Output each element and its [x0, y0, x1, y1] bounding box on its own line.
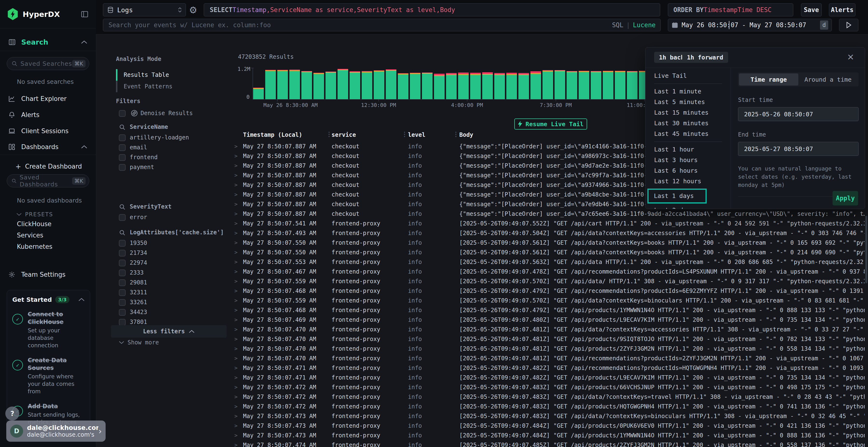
checklist-item[interactable]: ✓ Create Data Sources Configure where yo…	[12, 356, 85, 395]
table-row[interactable]: >May 27 8:50:07.470 AMfrontend-proxyinfo…	[231, 325, 868, 334]
filter-checkbox[interactable]	[119, 279, 126, 286]
row-expand-icon[interactable]: >	[235, 161, 238, 171]
histogram-bar[interactable]	[301, 71, 312, 99]
table-row[interactable]: >May 27 8:50:07.473 AMfrontend-proxyinfo…	[231, 431, 868, 440]
user-account-chip[interactable]: D dale@clickhouse.com dale@clickhouse.co…	[6, 420, 105, 442]
row-expand-icon[interactable]: >	[235, 392, 238, 402]
row-expand-icon[interactable]: >	[235, 411, 238, 421]
saved-searches-input[interactable]: Saved Searches ⌘K	[7, 57, 89, 70]
filter-checkbox[interactable]	[119, 134, 126, 141]
row-expand-icon[interactable]: >	[235, 315, 238, 325]
histogram-bar[interactable]	[374, 70, 384, 99]
language-toggle-sql[interactable]: SQL	[612, 22, 623, 29]
field-search-icon[interactable]	[119, 229, 126, 236]
timerange-option[interactable]: Last 45 minutes	[646, 129, 731, 139]
order-by-input[interactable]: ORDER BY TimestampTime DESC	[668, 3, 793, 16]
alerts-button[interactable]: Alerts	[829, 3, 856, 16]
histogram-bar[interactable]	[253, 88, 264, 99]
row-expand-icon[interactable]: >	[235, 171, 238, 180]
table-row[interactable]: >May 27 8:50:07.471 AMfrontend-proxyinfo…	[231, 373, 868, 382]
filter-checkbox[interactable]	[119, 299, 126, 306]
row-expand-icon[interactable]: >	[235, 267, 238, 276]
tab-around-a-time[interactable]: Around a time	[798, 73, 858, 85]
filter-option-label[interactable]: payment	[130, 164, 154, 171]
table-row[interactable]: >May 27 8:50:07.468 AMfrontend-proxyinfo…	[231, 286, 868, 296]
select-clause-input[interactable]: SELECT Timestamp, ServiceName as service…	[204, 3, 660, 16]
column-header-body[interactable]: Body	[459, 132, 473, 138]
run-query-button[interactable]	[839, 19, 858, 31]
histogram-bar[interactable]	[326, 72, 336, 99]
event-search-bar[interactable]: SQL | Lucene	[103, 19, 661, 31]
timerange-option[interactable]: Last 2 days	[646, 205, 731, 209]
filter-option-label[interactable]: email	[130, 144, 147, 151]
chevron-up-icon[interactable]	[79, 298, 85, 302]
table-row[interactable]: >May 27 8:50:07.472 AMfrontend-proxyinfo…	[231, 382, 868, 392]
column-header-level[interactable]: level	[408, 132, 425, 138]
column-resize-handle[interactable]: ⋮	[453, 131, 459, 138]
sidebar-item-alerts[interactable]: Alerts	[0, 108, 96, 122]
histogram-bar[interactable]	[446, 73, 457, 99]
timerange-option[interactable]: Last 30 minutes	[646, 118, 731, 129]
row-expand-icon[interactable]: >	[235, 344, 238, 353]
histogram-bar[interactable]	[410, 73, 421, 99]
mode-results-table[interactable]: Results Table	[116, 69, 169, 81]
histogram-bar[interactable]	[518, 73, 529, 99]
histogram-bar[interactable]	[265, 70, 276, 99]
denoise-label[interactable]: Denoise Results	[141, 110, 193, 116]
timerange-option[interactable]: Last 12 hours	[646, 176, 731, 187]
filter-checkbox[interactable]	[119, 250, 126, 256]
source-settings-gear-icon[interactable]: ⚙	[189, 5, 197, 15]
shift-1h-forward-button[interactable]: 1h forward	[682, 52, 728, 63]
histogram-bar[interactable]	[542, 70, 553, 99]
row-expand-icon[interactable]: >	[235, 402, 238, 411]
source-select[interactable]: Logs	[103, 3, 186, 16]
table-row[interactable]: >May 27 8:50:07.469 AMfrontend-proxyinfo…	[231, 315, 868, 325]
preset-dashboard-clickhouse[interactable]: ClickHouse	[17, 220, 51, 228]
denoise-checkbox[interactable]	[119, 110, 126, 117]
filter-option-label[interactable]: 2333	[130, 269, 144, 276]
show-more-toggle[interactable]: Show more	[119, 339, 159, 346]
filter-checkbox[interactable]	[119, 240, 126, 247]
timerange-option[interactable]: Live Tail	[646, 71, 731, 81]
create-dashboard-button[interactable]: + Create Dashboard	[0, 160, 96, 173]
table-row[interactable]: >May 27 8:50:07.493 AMfrontend-proxyinfo…	[231, 228, 868, 238]
histogram-bar[interactable]	[555, 70, 565, 99]
row-expand-icon[interactable]: >	[235, 296, 238, 305]
row-expand-icon[interactable]: >	[235, 238, 238, 248]
less-filters-button[interactable]: Less filters	[111, 325, 227, 338]
histogram-bar[interactable]	[422, 72, 433, 99]
histogram-bar[interactable]	[313, 73, 324, 99]
row-expand-icon[interactable]: >	[235, 228, 238, 238]
histogram-bar[interactable]	[338, 69, 348, 99]
checklist-item[interactable]: ✓ Connect to ClickHouse Set up your data…	[12, 310, 85, 349]
filter-checkbox[interactable]	[119, 309, 126, 316]
table-row[interactable]: >May 27 8:50:07.473 AMfrontend-proxyinfo…	[231, 411, 868, 421]
row-expand-icon[interactable]: >	[235, 440, 238, 447]
filter-option-label[interactable]: 29081	[130, 279, 147, 286]
row-expand-icon[interactable]: >	[235, 353, 238, 363]
filter-option-label[interactable]: 34423	[130, 309, 147, 315]
time-range-input[interactable]: May 26 08:50:07 - May 27 08:50:07 d	[668, 19, 832, 31]
language-toggle-lucene[interactable]: Lucene	[633, 22, 656, 29]
preset-dashboard-kubernetes[interactable]: Kubernetes	[17, 243, 52, 250]
filter-option-label[interactable]: 33261	[130, 299, 147, 306]
close-icon[interactable]: ×	[847, 52, 854, 62]
sidebar-collapse-icon[interactable]	[81, 10, 89, 18]
row-expand-icon[interactable]: >	[235, 257, 238, 267]
filter-option-label[interactable]: frontend	[130, 154, 158, 161]
table-row[interactable]: >May 27 8:50:07.471 AMfrontend-proxyinfo…	[231, 363, 868, 373]
timerange-option[interactable]: Last 1 days	[647, 188, 707, 204]
row-expand-icon[interactable]: >	[235, 209, 238, 219]
table-row[interactable]: >May 27 8:50:07.472 AMfrontend-proxyinfo…	[231, 392, 868, 402]
filter-option-label[interactable]: 37801	[130, 319, 147, 325]
saved-dashboards-input[interactable]: Saved Dashboards ⌘K	[7, 174, 89, 187]
column-header-timestamp[interactable]: Timestamp (Local)	[243, 132, 302, 138]
histogram-bar[interactable]	[603, 71, 613, 99]
filter-checkbox[interactable]	[119, 154, 126, 161]
row-expand-icon[interactable]: >	[235, 151, 238, 161]
histogram-bar[interactable]	[398, 73, 408, 99]
event-search-input[interactable]	[108, 21, 612, 29]
filter-option-label[interactable]: 21734	[130, 249, 147, 256]
sidebar-item-client-sessions[interactable]: Client Sessions	[0, 124, 96, 138]
table-row[interactable]: >May 27 8:50:07.472 AMfrontend-proxyinfo…	[231, 402, 868, 411]
